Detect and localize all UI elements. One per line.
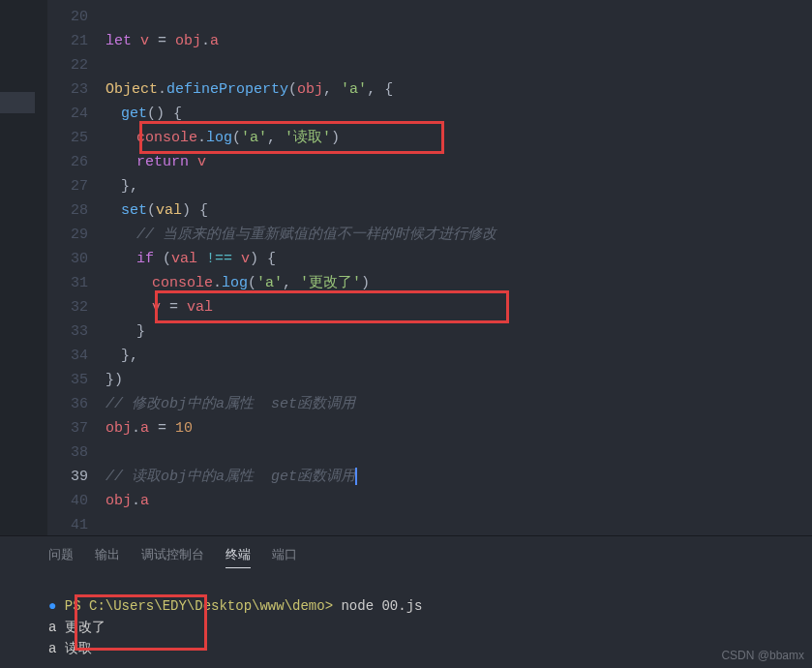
code-content[interactable]: let v = obj.a Object.defineProperty(obj,… bbox=[105, 0, 812, 535]
tab-debug-console[interactable]: 调试控制台 bbox=[141, 546, 204, 568]
terminal-command: node 00.js bbox=[333, 598, 422, 614]
tab-output[interactable]: 输出 bbox=[95, 546, 120, 568]
dirty-indicator-icon: ● bbox=[48, 598, 56, 614]
activity-bar bbox=[0, 0, 47, 535]
terminal-prompt: PS C:\Users\EDY\Desktop\www\demo> bbox=[65, 598, 333, 614]
terminal-line: a 读取 bbox=[48, 638, 812, 659]
terminal-line: a 更改了 bbox=[48, 617, 812, 638]
terminal-output[interactable]: ● PS C:\Users\EDY\Desktop\www\demo> node… bbox=[0, 595, 812, 659]
tab-terminal[interactable]: 终端 bbox=[226, 546, 251, 568]
watermark-text: CSDN @bbamx bbox=[721, 649, 804, 662]
activity-indicator bbox=[0, 92, 35, 113]
tab-problems[interactable]: 问题 bbox=[48, 546, 74, 568]
text-cursor bbox=[355, 468, 357, 485]
editor-area: 2021222324252627282930313233343536373839… bbox=[0, 0, 812, 535]
tab-ports[interactable]: 端口 bbox=[272, 546, 297, 568]
panel-tabs: 问题 输出 调试控制台 终端 端口 bbox=[0, 536, 812, 578]
bottom-panel: 问题 输出 调试控制台 终端 端口 ● PS C:\Users\EDY\Desk… bbox=[0, 535, 812, 668]
line-number-gutter: 2021222324252627282930313233343536373839… bbox=[47, 0, 105, 535]
